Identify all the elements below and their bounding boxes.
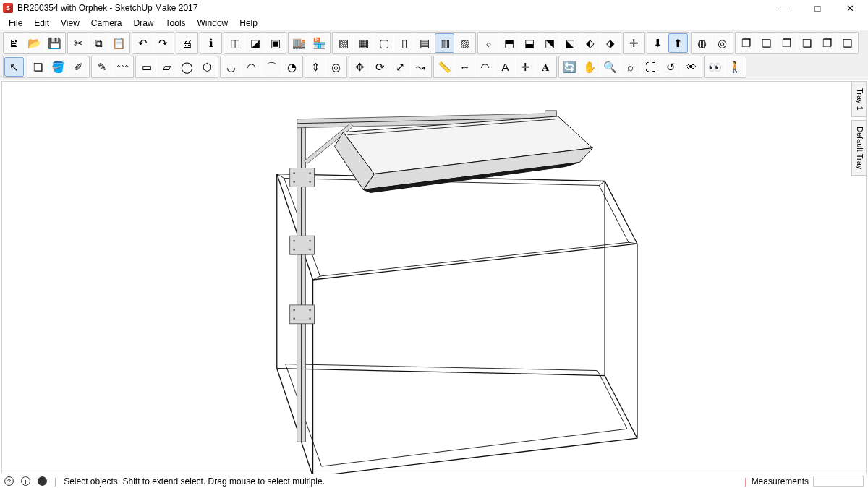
style-a-icon[interactable]: ◫ xyxy=(225,33,244,53)
dim-icon[interactable]: ↔ xyxy=(455,57,475,77)
position-cam-icon[interactable]: 👁 xyxy=(681,57,701,77)
split-icon[interactable]: ❏ xyxy=(838,33,857,53)
style-c-icon[interactable]: ▣ xyxy=(265,33,285,53)
vcr-separator: | xyxy=(745,476,747,487)
menu-tools[interactable]: Tools xyxy=(160,17,192,30)
walk-icon[interactable]: 🚶 xyxy=(726,57,745,77)
close-button[interactable]: ✕ xyxy=(834,1,867,15)
menu-camera[interactable]: Camera xyxy=(85,17,128,30)
save-icon[interactable]: 💾 xyxy=(45,33,64,53)
copy-icon[interactable]: ⧉ xyxy=(89,33,109,53)
tray-tab-0[interactable]: Tray 1 xyxy=(851,82,866,117)
svg-point-32 xyxy=(309,181,311,183)
back-icon[interactable]: ⬕ xyxy=(560,33,579,53)
ext-warehouse-icon[interactable]: 🏪 xyxy=(310,33,329,53)
print-icon[interactable]: 🖨 xyxy=(177,33,197,53)
outer-shell-icon[interactable]: ❐ xyxy=(736,33,756,53)
menu-edit[interactable]: Edit xyxy=(28,17,55,30)
menu-draw[interactable]: Draw xyxy=(128,17,160,30)
axes-tool-icon[interactable]: ✛ xyxy=(516,57,535,77)
redo-icon[interactable]: ↷ xyxy=(153,33,173,53)
menu-window[interactable]: Window xyxy=(192,17,234,30)
zoom-icon[interactable]: 🔍 xyxy=(600,57,620,77)
model-viewport[interactable] xyxy=(2,82,851,484)
poly-icon[interactable]: ⬡ xyxy=(197,57,217,77)
axes-icon[interactable]: ✛ xyxy=(624,33,644,53)
freehand-icon[interactable]: 〰 xyxy=(113,57,132,77)
look-icon[interactable]: 👀 xyxy=(705,57,725,77)
minimize-button[interactable]: — xyxy=(769,1,801,15)
make-comp-icon[interactable]: ❏ xyxy=(28,57,48,77)
paste-icon[interactable]: 📋 xyxy=(109,33,129,53)
select-icon[interactable]: ↖ xyxy=(4,57,24,77)
model-info-icon[interactable]: ℹ xyxy=(201,33,221,53)
offset-icon[interactable]: ◎ xyxy=(326,57,346,77)
bottom-icon[interactable]: ⬗ xyxy=(600,33,620,53)
solid-b-icon[interactable]: ◎ xyxy=(712,33,732,53)
orbit-icon[interactable]: 🔄 xyxy=(560,57,579,77)
warehouse-icon[interactable]: 🏬 xyxy=(289,33,309,53)
iso-icon[interactable]: ⬦ xyxy=(479,33,498,53)
eraser-icon[interactable]: ✐ xyxy=(69,57,88,77)
cut-icon[interactable]: ✂ xyxy=(69,33,88,53)
left-icon[interactable]: ⬖ xyxy=(580,33,600,53)
style-b-icon[interactable]: ◪ xyxy=(245,33,265,53)
zoom-ext-icon[interactable]: ⛶ xyxy=(641,57,660,77)
shaded-tex-icon[interactable]: ▦ xyxy=(354,33,373,53)
3dtext-icon[interactable]: 𝐀 xyxy=(536,57,556,77)
xray-icon[interactable]: ▥ xyxy=(435,33,454,53)
right-icon[interactable]: ⬔ xyxy=(540,33,559,53)
measurements-input[interactable] xyxy=(813,476,864,487)
arc2-icon[interactable]: ◠ xyxy=(242,57,261,77)
trim-icon[interactable]: ❐ xyxy=(817,33,837,53)
menu-view[interactable]: View xyxy=(55,17,85,30)
scale-icon[interactable]: ⤢ xyxy=(391,57,410,77)
menu-file[interactable]: File xyxy=(3,17,28,30)
status-credit-icon[interactable]: i xyxy=(21,476,30,486)
paint-icon[interactable]: 🪣 xyxy=(48,57,68,77)
top-icon[interactable]: ⬒ xyxy=(499,33,519,53)
svg-rect-28 xyxy=(290,305,315,324)
toolbar-row-1: 🗎📂💾✂⧉📋↶↷🖨ℹ◫◪▣🏬🏪▧▦▢▯▤▥▨⬦⬒⬓⬔⬕⬖⬗✛⬇⬆◍◎❐❏❐❏❐❏ xyxy=(3,32,865,54)
tape-icon[interactable]: 📏 xyxy=(435,57,454,77)
followme-icon[interactable]: ↝ xyxy=(411,57,430,77)
arc-icon[interactable]: ◡ xyxy=(221,57,241,77)
rotate-icon[interactable]: ⟳ xyxy=(370,57,390,77)
pushpull-icon[interactable]: ⇕ xyxy=(306,57,326,77)
maximize-button[interactable]: □ xyxy=(801,1,834,15)
arc3-icon[interactable]: ⌒ xyxy=(262,57,281,77)
solid-a-icon[interactable]: ◍ xyxy=(692,33,712,53)
rot-rect-icon[interactable]: ▱ xyxy=(157,57,176,77)
3dw-get-icon[interactable]: ⬇ xyxy=(648,33,668,53)
svg-point-34 xyxy=(309,240,311,242)
text-icon[interactable]: A xyxy=(495,57,515,77)
wire-icon[interactable]: ▯ xyxy=(394,33,414,53)
pencil-icon[interactable]: ✎ xyxy=(93,57,112,77)
pan-icon[interactable]: ✋ xyxy=(580,57,600,77)
status-user-icon[interactable] xyxy=(38,476,47,486)
shaded-icon[interactable]: ▧ xyxy=(333,33,353,53)
svg-rect-26 xyxy=(290,168,315,187)
rect-icon[interactable]: ▭ xyxy=(137,57,156,77)
move-icon[interactable]: ✥ xyxy=(350,57,370,77)
menu-help[interactable]: Help xyxy=(234,17,263,30)
status-geo-icon[interactable]: ? xyxy=(4,476,14,486)
circle-icon[interactable]: ◯ xyxy=(177,57,197,77)
subtract-icon[interactable]: ❏ xyxy=(797,33,817,53)
new-icon[interactable]: 🗎 xyxy=(4,33,24,53)
union-icon[interactable]: ❐ xyxy=(777,33,796,53)
front-icon[interactable]: ⬓ xyxy=(519,33,539,53)
open-icon[interactable]: 📂 xyxy=(25,33,44,53)
back-edges-icon[interactable]: ▨ xyxy=(455,33,475,53)
tray-tab-1[interactable]: Default Tray xyxy=(851,120,866,176)
prev-view-icon[interactable]: ↺ xyxy=(661,57,681,77)
3dw-share-icon[interactable]: ⬆ xyxy=(668,33,688,53)
protractor-icon[interactable]: ◠ xyxy=(475,57,495,77)
undo-icon[interactable]: ↶ xyxy=(133,33,153,53)
mono-icon[interactable]: ▤ xyxy=(414,33,434,53)
intersect-icon[interactable]: ❏ xyxy=(757,33,776,53)
zoom-win-icon[interactable]: ⌕ xyxy=(621,57,640,77)
svg-line-17 xyxy=(597,371,627,429)
hidden-line-icon[interactable]: ▢ xyxy=(374,33,393,53)
pie-icon[interactable]: ◔ xyxy=(282,57,302,77)
